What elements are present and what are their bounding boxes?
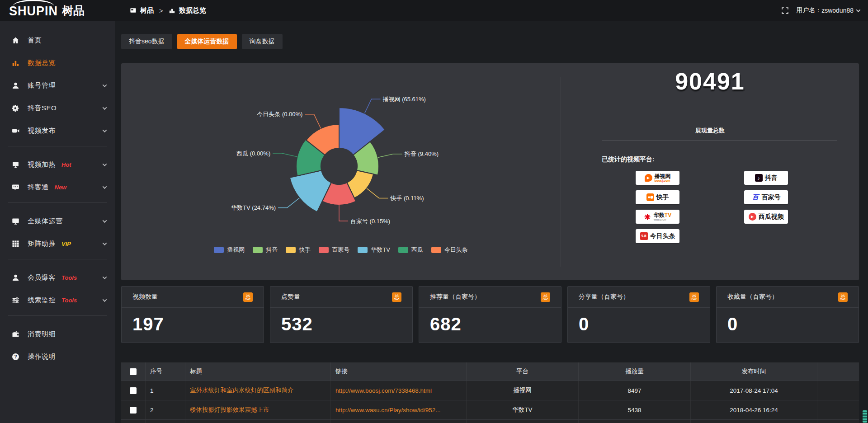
total-badge[interactable]: 总 <box>689 292 699 302</box>
scrollbar-thumb[interactable] <box>863 410 867 423</box>
platform-name: 百家号 <box>762 193 781 202</box>
select-all-checkbox[interactable] <box>130 368 137 375</box>
sidebar-item-clue-monitor[interactable]: 线索监控Tools <box>0 290 115 310</box>
sidebar-item-matrix-boost[interactable]: 矩阵助推VIP <box>0 234 115 254</box>
row-title[interactable]: 楼体投影灯投影效果震撼上市 <box>185 400 331 419</box>
chevron-down-icon <box>103 128 107 132</box>
platform-name: 快手 <box>656 193 669 202</box>
user-menu[interactable]: 用户名：zswodun88 <box>796 6 860 14</box>
legend-label: 今日头条 <box>444 246 468 254</box>
pie-label-line <box>364 99 380 113</box>
sidebar-item-omni-media[interactable]: 全媒体运营 <box>0 211 115 231</box>
chevron-down-icon <box>856 8 861 12</box>
douyin-logo-icon: ♪ <box>755 174 763 182</box>
platform-name: 西瓜视频 <box>759 213 784 221</box>
bar-chart-icon <box>169 7 175 14</box>
total-impressions-label: 展现量总数 <box>561 127 859 135</box>
legend-item-华数TV[interactable]: 华数TV <box>358 246 390 254</box>
sidebar-item-badge: Tools <box>61 297 77 304</box>
legend-item-百家号[interactable]: 百家号 <box>319 246 349 254</box>
row-checkbox[interactable] <box>130 407 137 414</box>
sidebar-item-video-publish[interactable]: 视频发布 <box>0 121 115 141</box>
video-icon <box>12 127 21 135</box>
pie-slice-华数TV[interactable] <box>290 170 331 212</box>
table-header-cell: 播放量 <box>579 362 691 381</box>
table-header-cell: 链接 <box>331 362 467 381</box>
platform-badge-xigua[interactable]: ▶西瓜视频 <box>744 210 788 224</box>
table-header-checkbox-cell <box>121 362 146 381</box>
tab-omni-media-data[interactable]: 全媒体运营数据 <box>177 34 237 49</box>
row-link[interactable]: http://www.wasu.cn/Play/show/id/952... <box>331 400 467 419</box>
legend-item-抖音[interactable]: 抖音 <box>253 246 278 254</box>
gear-icon <box>12 104 21 112</box>
total-badge[interactable]: 总 <box>838 292 848 302</box>
pie-label-line <box>278 198 299 208</box>
sidebar-nav: 首页数据总览账号管理抖音SEO视频发布视频加热Hot抖客通New全媒体运营矩阵助… <box>0 30 115 367</box>
sidebar-item-member-baoke[interactable]: 会员爆客Tools <box>0 268 115 287</box>
logo[interactable]: SHUPIN 树品 <box>0 3 115 18</box>
platform-badge-kuaishou[interactable]: 快手 <box>636 190 679 204</box>
total-badge[interactable]: 总 <box>392 292 401 302</box>
stat-card-value: 0 <box>717 308 859 334</box>
platform-badge-douyin[interactable]: ♪抖音 <box>744 171 788 185</box>
legend-item-西瓜[interactable]: 西瓜 <box>398 246 423 254</box>
total-badge[interactable]: 总 <box>541 292 550 302</box>
row-filler <box>817 400 859 419</box>
table-header-cell: 序号 <box>146 362 185 381</box>
pie-label: 播视网 (65.61%) <box>383 96 426 103</box>
row-link[interactable]: http://www.boosj.com/7338468.html <box>331 381 467 400</box>
row-title[interactable]: 室外水纹灯和室内水纹灯的区别和简介 <box>185 381 331 400</box>
table-row <box>121 419 859 423</box>
sidebar-divider <box>8 315 107 316</box>
sidebar-item-home[interactable]: 首页 <box>0 30 115 50</box>
tab-douyin-seo-data[interactable]: 抖音seo数据 <box>121 34 172 49</box>
legend-label: 百家号 <box>332 246 349 254</box>
chevron-down-icon <box>103 162 107 166</box>
table-row: 1室外水纹灯和室内水纹灯的区别和简介http://www.boosj.com/7… <box>121 381 859 400</box>
platform-badge-wasu[interactable]: 华数TVwasu.cn <box>636 210 679 224</box>
legend-item-播视网[interactable]: 播视网 <box>214 246 245 254</box>
platform-badge-baijiahao[interactable]: 百百家号 <box>744 190 788 204</box>
stat-card-title: 点赞量 <box>281 293 300 301</box>
sidebar-item-instructions[interactable]: ?操作说明 <box>0 347 115 367</box>
tab-inquiry-data[interactable]: 询盘数据 <box>242 34 283 49</box>
breadcrumb: 树品 > 数据总览 <box>130 6 206 15</box>
platform-sub: wasu.cn <box>654 218 666 221</box>
sidebar-item-label: 全媒体运营 <box>28 217 63 226</box>
legend-item-快手[interactable]: 快手 <box>286 246 311 254</box>
sidebar-item-video-heat[interactable]: 视频加热Hot <box>0 155 115 174</box>
breadcrumb-root[interactable]: 树品 <box>140 6 154 15</box>
row-plays: 5438 <box>579 400 691 419</box>
sidebar-item-douketong[interactable]: 抖客通New <box>0 177 115 197</box>
legend-swatch <box>286 247 296 253</box>
platforms-title: 已统计的视频平台: <box>602 155 655 164</box>
pie-label-line <box>339 205 348 221</box>
platform-badge-toutiao[interactable]: 头条今日头条 <box>636 229 679 243</box>
chevron-down-icon <box>103 241 107 245</box>
stat-card-favorite-count: 收藏量（百家号）总0 <box>716 286 859 343</box>
stat-card-recommend-count: 推荐量（百家号）总682 <box>419 286 561 343</box>
legend-swatch <box>398 247 408 253</box>
legend-swatch <box>214 247 224 253</box>
fullscreen-icon[interactable] <box>781 7 789 14</box>
row-checkbox[interactable] <box>130 387 137 394</box>
sidebar-item-douyin-seo[interactable]: 抖音SEO <box>0 98 115 118</box>
pie-chart[interactable]: 播视网 (65.61%)抖音 (9.40%)快手 (0.11%)百家号 (0.1… <box>121 63 561 280</box>
sidebar-item-label: 数据总览 <box>28 59 56 67</box>
sidebar-item-badge: Tools <box>61 274 77 281</box>
total-badge[interactable]: 总 <box>243 292 253 302</box>
legend-item-今日头条[interactable]: 今日头条 <box>431 246 468 254</box>
summary-divider <box>602 140 837 141</box>
boosj-logo-icon: ▶ <box>645 174 652 182</box>
sidebar-item-consumption-detail[interactable]: 消费明细 <box>0 324 115 344</box>
platform-badge-boosj[interactable]: ▶播视网boosj.com <box>636 171 679 185</box>
baijiahao-logo-icon: 百 <box>752 193 760 201</box>
legend-swatch <box>358 247 368 253</box>
logo-text-en: SHUPIN <box>9 3 58 18</box>
sidebar-item-data-overview[interactable]: 数据总览 <box>0 53 115 73</box>
row-checkbox-cell <box>121 420 146 423</box>
data-table: 序号标题链接平台播放量发布时间1室外水纹灯和室内水纹灯的区别和简介http://… <box>121 362 859 423</box>
sidebar-item-account-manage[interactable]: 账号管理 <box>0 75 115 95</box>
row-filler <box>817 381 859 400</box>
platform-name: 华数TV <box>654 212 671 218</box>
